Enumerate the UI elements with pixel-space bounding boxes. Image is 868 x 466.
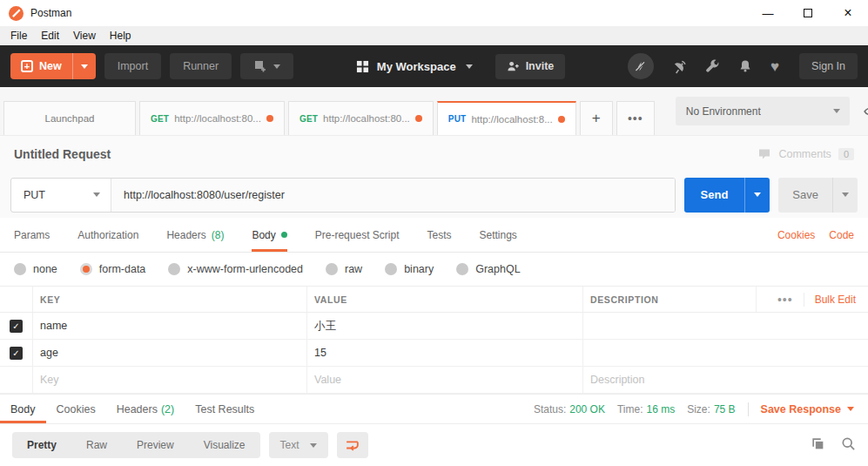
new-window-button[interactable] bbox=[240, 53, 293, 79]
key-cell[interactable]: name bbox=[33, 313, 307, 339]
request-builder: PUT http://localhost:8080/user/register … bbox=[0, 172, 868, 218]
new-dropdown-caret[interactable] bbox=[72, 53, 96, 79]
word-wrap-button[interactable] bbox=[337, 432, 368, 458]
tab-title: http://localhost:80... bbox=[174, 113, 261, 124]
notifications-button[interactable] bbox=[738, 59, 752, 73]
value-cell[interactable]: 小王 bbox=[307, 313, 583, 339]
satellite-button[interactable] bbox=[672, 59, 687, 74]
copy-response-button[interactable] bbox=[811, 436, 825, 454]
description-cell[interactable] bbox=[583, 340, 868, 366]
new-window-icon bbox=[253, 59, 267, 73]
radio-icon bbox=[168, 263, 180, 275]
environment-select[interactable]: No Environment bbox=[676, 97, 850, 125]
search-response-button[interactable] bbox=[841, 436, 856, 454]
environment-quicklook-button[interactable] bbox=[864, 104, 868, 119]
body-type-x-www-form-urlencoded[interactable]: x-www-form-urlencoded bbox=[168, 263, 303, 275]
sync-off-button[interactable] bbox=[628, 53, 654, 79]
bell-icon bbox=[738, 59, 752, 73]
invite-person-icon bbox=[507, 60, 520, 73]
save-dropdown-caret[interactable] bbox=[832, 178, 858, 213]
new-tab-button[interactable]: + bbox=[580, 101, 613, 135]
tab-launchpad[interactable]: Launchpad bbox=[3, 101, 136, 135]
bulk-edit-link[interactable]: Bulk Edit bbox=[804, 293, 856, 307]
tab-pre-request-script[interactable]: Pre-request Script bbox=[315, 218, 400, 252]
key-cell[interactable]: age bbox=[33, 340, 307, 366]
method-select[interactable]: PUT bbox=[11, 179, 111, 212]
eye-icon bbox=[864, 104, 868, 119]
header-value: VALUE bbox=[307, 287, 583, 312]
radio-label: GraphQL bbox=[475, 263, 520, 275]
menu-edit[interactable]: Edit bbox=[34, 30, 66, 42]
invite-button[interactable]: Invite bbox=[495, 54, 566, 79]
view-mode-pretty[interactable]: Pretty bbox=[12, 432, 71, 458]
comments-count-badge: 0 bbox=[838, 148, 854, 160]
tab-settings[interactable]: Settings bbox=[480, 218, 517, 252]
body-type-graphql[interactable]: GraphQL bbox=[456, 263, 520, 275]
menu-file[interactable]: File bbox=[3, 30, 34, 42]
favorites-heart-button[interactable]: ♥ bbox=[770, 59, 779, 74]
tab-method: PUT bbox=[448, 114, 467, 124]
view-mode-preview[interactable]: Preview bbox=[122, 432, 189, 458]
url-input[interactable]: http://localhost:8080/user/register bbox=[111, 179, 675, 212]
request-tabs: Params Authorization Headers (8) Body Pr… bbox=[0, 218, 868, 253]
tab-request-3-active[interactable]: PUT http://localhost:8... bbox=[437, 101, 576, 135]
tab-options-button[interactable]: ••• bbox=[616, 101, 655, 135]
send-button[interactable]: Send bbox=[684, 178, 770, 213]
tab-request-1[interactable]: GET http://localhost:80... bbox=[139, 101, 285, 135]
tab-title: http://localhost:8... bbox=[471, 114, 552, 125]
send-dropdown-caret[interactable] bbox=[744, 178, 770, 213]
view-mode-visualize[interactable]: Visualize bbox=[189, 432, 260, 458]
settings-wrench-button[interactable] bbox=[705, 59, 720, 74]
save-response-button[interactable]: Save Response bbox=[761, 403, 854, 415]
new-button[interactable]: +New bbox=[10, 53, 96, 79]
tab-body[interactable]: Body bbox=[252, 218, 286, 252]
radio-icon bbox=[385, 263, 397, 275]
response-tab-test-results[interactable]: Test Results bbox=[185, 395, 265, 423]
tab-tests[interactable]: Tests bbox=[427, 218, 451, 252]
table-options-button[interactable]: ••• bbox=[777, 293, 793, 307]
save-label: Save bbox=[778, 178, 832, 213]
close-button[interactable]: × bbox=[828, 0, 868, 26]
body-type-form-data-selected[interactable]: form-data bbox=[80, 263, 146, 275]
time-pair: Time:16 ms bbox=[617, 403, 675, 415]
code-link[interactable]: Code bbox=[829, 229, 854, 241]
import-button[interactable]: Import bbox=[104, 53, 161, 79]
request-name[interactable]: Untitled Request bbox=[14, 147, 111, 161]
maximize-button[interactable] bbox=[788, 0, 828, 26]
description-cell[interactable] bbox=[583, 313, 868, 339]
runner-button[interactable]: Runner bbox=[170, 53, 232, 79]
save-response-label: Save Response bbox=[761, 403, 841, 415]
comments-button[interactable]: Comments 0 bbox=[757, 147, 854, 161]
body-type-none[interactable]: none bbox=[14, 263, 57, 275]
view-mode-raw[interactable]: Raw bbox=[71, 432, 122, 458]
minimize-button[interactable]: — bbox=[748, 0, 788, 26]
workspace-grid-icon bbox=[356, 60, 369, 73]
tab-headers[interactable]: Headers (8) bbox=[166, 218, 224, 252]
format-select[interactable]: Text bbox=[269, 432, 328, 458]
key-cell-placeholder[interactable]: Key bbox=[33, 367, 307, 393]
row-checkbox-checked[interactable]: ✓ bbox=[10, 320, 23, 333]
toolbar-right: ♥ Sign In bbox=[628, 53, 858, 79]
cookies-link[interactable]: Cookies bbox=[777, 229, 815, 241]
description-cell-placeholder[interactable]: Description bbox=[583, 367, 868, 393]
response-tab-headers[interactable]: Headers (2) bbox=[106, 395, 185, 423]
format-value: Text bbox=[280, 439, 299, 451]
menu-view[interactable]: View bbox=[66, 30, 103, 42]
body-type-raw[interactable]: raw bbox=[326, 263, 362, 275]
workspace-switcher[interactable]: My Workspace bbox=[356, 60, 473, 73]
maximize-icon bbox=[804, 9, 812, 17]
sign-in-button[interactable]: Sign In bbox=[799, 53, 858, 79]
tab-request-2[interactable]: GET http://localhost:80... bbox=[288, 101, 434, 135]
save-button[interactable]: Save bbox=[778, 178, 858, 213]
row-checkbox-checked[interactable]: ✓ bbox=[10, 347, 23, 360]
tab-params[interactable]: Params bbox=[14, 218, 50, 252]
value-cell-placeholder[interactable]: Value bbox=[307, 367, 583, 393]
response-tab-body[interactable]: Body bbox=[0, 395, 46, 423]
table-row: ✓ name 小王 bbox=[0, 313, 868, 340]
body-filled-dot-icon bbox=[281, 232, 287, 238]
menu-help[interactable]: Help bbox=[103, 30, 138, 42]
value-cell[interactable]: 15 bbox=[307, 340, 583, 366]
response-tab-cookies[interactable]: Cookies bbox=[46, 395, 106, 423]
body-type-binary[interactable]: binary bbox=[385, 263, 434, 275]
tab-authorization[interactable]: Authorization bbox=[77, 218, 138, 252]
